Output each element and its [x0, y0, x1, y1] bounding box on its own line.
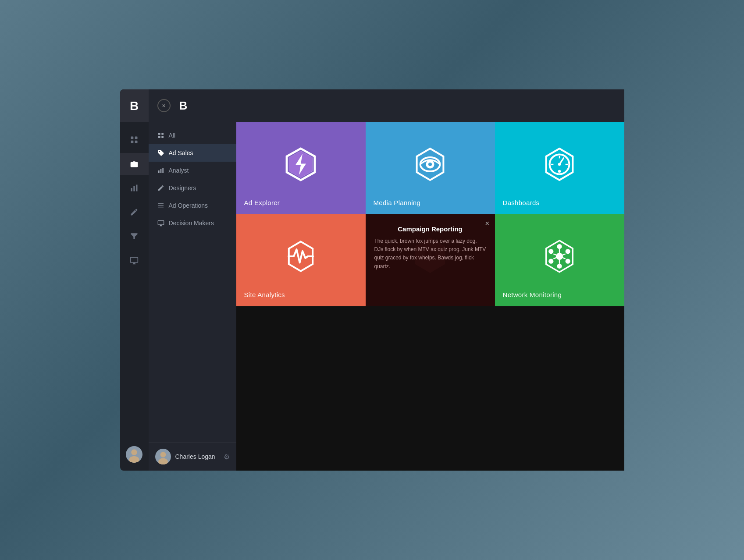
- lightning-hex-icon: [283, 147, 318, 182]
- tile-network-monitoring[interactable]: Network Monitoring: [495, 214, 624, 306]
- svg-rect-14: [158, 170, 160, 173]
- tiles-grid: Ad Explorer: [236, 122, 624, 306]
- list-icon: [157, 202, 164, 209]
- avatar-circle: [126, 446, 142, 463]
- svg-rect-12: [158, 136, 160, 138]
- nav-item-ad-sales[interactable]: Ad Sales: [149, 144, 236, 162]
- svg-point-8: [131, 449, 137, 455]
- narrow-sidebar: B: [120, 89, 149, 471]
- sidebar-item-analytics[interactable]: [120, 177, 149, 199]
- main-header: × B: [149, 89, 624, 122]
- chart-icon: [157, 167, 164, 174]
- nav-label-designers: Designers: [169, 184, 196, 191]
- tile-dashboards[interactable]: Dashboards: [495, 122, 624, 214]
- main-body: All Ad Sales: [149, 122, 624, 471]
- svg-rect-6: [136, 185, 137, 191]
- main-brand-letter: B: [179, 99, 188, 113]
- close-icon: ×: [162, 102, 165, 109]
- svg-point-44: [557, 263, 562, 268]
- tile-label-dashboards: Dashboards: [503, 199, 540, 206]
- tile-site-analytics[interactable]: Site Analytics: [236, 214, 366, 306]
- tiles-area: Ad Explorer: [236, 122, 624, 471]
- svg-point-34: [558, 170, 561, 172]
- sidebar-item-monitor[interactable]: [120, 249, 149, 271]
- user-avatar-img: [126, 446, 142, 463]
- svg-point-43: [566, 259, 570, 263]
- footer-avatar: [155, 449, 171, 464]
- edit-icon: [130, 208, 139, 216]
- campaign-reporting-description: The quick, brown fox jumps over a lazy d…: [374, 237, 486, 271]
- svg-point-42: [566, 249, 570, 254]
- nav-item-analyst[interactable]: Analyst: [149, 162, 236, 179]
- network-monitoring-icon: [542, 239, 577, 276]
- brand-logo[interactable]: B: [120, 89, 149, 122]
- briefcase-icon: [130, 159, 139, 168]
- svg-rect-5: [133, 186, 135, 191]
- tile-ad-explorer[interactable]: Ad Explorer: [236, 122, 366, 214]
- tile-label-network-monitoring: Network Monitoring: [503, 291, 562, 298]
- svg-point-26: [428, 163, 432, 166]
- sidebar-item-filter[interactable]: [120, 225, 149, 247]
- nav-label-all: All: [169, 132, 176, 139]
- tile-campaign-reporting[interactable]: × Campaign Reporting The quick, brown fo…: [366, 214, 495, 306]
- bar-chart-icon: [130, 184, 139, 192]
- nav-item-ad-operations[interactable]: Ad Operations: [149, 197, 236, 214]
- svg-rect-1: [135, 137, 138, 139]
- footer-avatar-img: [155, 449, 171, 464]
- brand-letter: B: [130, 99, 139, 113]
- filter-icon: [130, 232, 139, 241]
- pen-icon: [157, 184, 164, 191]
- svg-point-41: [557, 244, 562, 249]
- monitor-icon: [130, 256, 139, 265]
- sidebar-item-grid[interactable]: [120, 129, 149, 151]
- ad-explorer-icon: [283, 147, 318, 184]
- app-wrapper: B: [120, 89, 624, 471]
- svg-rect-2: [131, 141, 134, 143]
- footer-username: Charles Logan: [175, 453, 219, 460]
- dashboards-icon: [542, 147, 577, 184]
- narrow-nav-icons: [120, 122, 149, 438]
- gauge-icon: [542, 147, 577, 182]
- svg-rect-11: [161, 133, 164, 135]
- monitor-small-icon: [157, 220, 164, 227]
- pulse-icon: [283, 239, 318, 274]
- svg-rect-4: [131, 188, 132, 191]
- settings-icon[interactable]: ⚙: [224, 453, 230, 461]
- nav-label-decision-makers: Decision Makers: [169, 220, 214, 227]
- svg-rect-3: [135, 141, 138, 143]
- nav-item-all[interactable]: All: [149, 127, 236, 144]
- tile-label-site-analytics: Site Analytics: [244, 291, 285, 298]
- tag-icon: [157, 149, 164, 156]
- svg-rect-0: [131, 137, 134, 139]
- eye-icon: [413, 147, 448, 182]
- grid-icon: [130, 135, 139, 144]
- nav-item-designers[interactable]: Designers: [149, 179, 236, 197]
- grid-small-icon: [157, 132, 164, 139]
- nav-label-analyst: Analyst: [169, 167, 189, 174]
- nav-item-decision-makers[interactable]: Decision Makers: [149, 214, 236, 232]
- nav-label-ad-operations: Ad Operations: [169, 202, 208, 209]
- site-analytics-icon: [283, 239, 318, 276]
- svg-point-18: [160, 452, 166, 457]
- svg-rect-10: [158, 133, 160, 135]
- media-planning-icon: [413, 147, 448, 184]
- close-button[interactable]: ×: [157, 99, 171, 112]
- sidebar-item-edit[interactable]: [120, 201, 149, 223]
- tile-label-media-planning: Media Planning: [374, 199, 421, 206]
- svg-rect-13: [161, 136, 164, 138]
- svg-point-45: [548, 259, 553, 263]
- campaign-reporting-title: Campaign Reporting: [398, 225, 463, 233]
- svg-point-33: [558, 163, 561, 165]
- svg-point-46: [548, 249, 553, 254]
- left-nav-wrapper: All Ad Sales: [149, 122, 236, 471]
- svg-rect-15: [160, 169, 161, 173]
- nav-label-ad-sales: Ad Sales: [169, 149, 193, 156]
- tile-label-ad-explorer: Ad Explorer: [244, 199, 280, 206]
- sidebar-item-briefcase[interactable]: [120, 153, 149, 175]
- tile-media-planning[interactable]: Media Planning: [366, 122, 495, 214]
- sidebar-user-avatar[interactable]: [120, 438, 149, 471]
- tile-close-button[interactable]: ×: [485, 220, 490, 227]
- svg-rect-16: [162, 168, 164, 173]
- main-panel: × B All: [149, 89, 624, 471]
- left-nav-footer: Charles Logan ⚙: [149, 442, 236, 471]
